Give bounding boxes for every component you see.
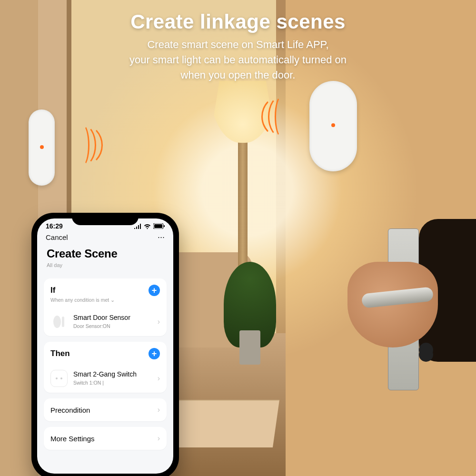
svg-rect-4 [62,317,64,327]
chevron-right-icon: › [158,317,160,326]
door-sensor-magnet [29,109,55,186]
add-action-button[interactable]: + [149,348,160,359]
lamp-shade [209,81,276,143]
condition-row[interactable]: Smart Door Sensor Door Sensor:ON › [44,307,167,336]
precondition-row[interactable]: Precondition › [44,398,167,421]
chevron-right-icon: › [158,374,160,383]
precondition-label: Precondition [50,406,90,414]
svg-point-6 [60,377,62,379]
screen-title: Create Scene [47,247,164,260]
status-time: 16:29 [46,222,63,230]
phone-mockup: 16:29 Cancel ⋯ Create Scene All day If +… [31,213,179,476]
action-status: Switch 1:ON | [73,380,104,386]
wifi-icon [144,224,151,229]
chevron-right-icon: › [158,406,160,414]
if-section-card: If + When any condition is met ⌄ Smart D… [44,278,167,336]
svg-point-5 [56,377,58,379]
marketing-subhead: Create smart scene on Smart Life APP,you… [0,37,476,83]
action-name: Smart 2-Gang Switch [73,370,137,378]
more-settings-label: More Settings [50,435,95,443]
action-row[interactable]: Smart 2-Gang Switch Switch 1:ON | › [44,364,167,393]
plant [224,262,276,347]
signal-waves-icon [62,124,105,167]
screen-subtitle: All day [47,262,164,268]
condition-status: Door Sensor:ON [73,323,110,329]
nav-row: Cancel ⋯ [37,231,173,246]
svg-rect-2 [164,225,165,227]
cancel-button[interactable]: Cancel [46,233,68,241]
more-settings-row[interactable]: More Settings › [44,427,167,450]
chevron-right-icon: › [158,434,160,443]
then-title: Then [50,349,70,358]
nav-dots-icon[interactable]: ⋯ [158,233,165,241]
svg-point-3 [53,316,61,328]
add-condition-button[interactable]: + [149,285,160,296]
door-sensor-icon [50,313,68,330]
phone-screen: 16:29 Cancel ⋯ Create Scene All day If +… [37,218,173,474]
then-section-card: Then + Smart 2-Gang Switch Switch 1:ON |… [44,342,167,393]
if-title: If [50,286,55,295]
door-keyhole [419,343,433,357]
condition-name: Smart Door Sensor [73,314,130,321]
phone-notch [72,213,139,225]
if-subnote[interactable]: When any condition is met ⌄ [44,297,167,307]
signal-icon [134,224,141,229]
battery-icon [153,223,165,229]
marketing-headline: Create linkage scenes [0,10,476,33]
switch-icon [50,370,68,387]
door-sensor-main [309,81,357,171]
svg-rect-1 [154,224,162,228]
